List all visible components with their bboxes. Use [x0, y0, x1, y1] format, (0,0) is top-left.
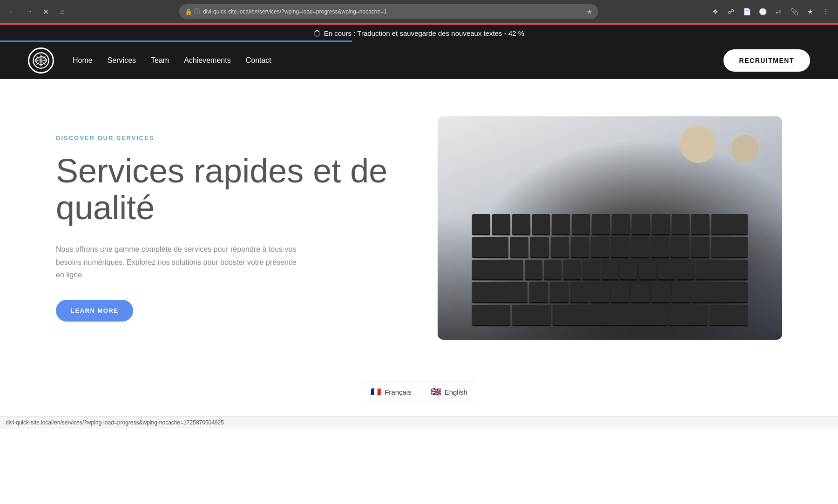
- kb-key: [692, 282, 748, 303]
- forward-button[interactable]: →: [22, 5, 35, 18]
- kb-key: [544, 260, 561, 281]
- section-description: Nous offrons une gamme complète de servi…: [56, 243, 298, 281]
- info-icon: ⓘ: [194, 7, 200, 16]
- kb-key: [572, 214, 590, 235]
- section-title: Services rapides et de qualité: [56, 153, 400, 226]
- kb-key: [631, 282, 650, 303]
- keyboard-simulation: [472, 214, 748, 326]
- reader-mode-button[interactable]: 📄: [740, 5, 753, 18]
- browser-actions: ❖ ☍ 📄 🕐 ⇄ 📎 ★ ⋮: [709, 5, 832, 18]
- security-icon: 🔒: [185, 8, 192, 15]
- kb-key: [563, 260, 581, 281]
- extensions-button[interactable]: ❖: [709, 5, 722, 18]
- kb-key: [711, 214, 748, 235]
- kb-spacebar: [553, 305, 668, 326]
- nav-contact[interactable]: Contact: [246, 56, 271, 65]
- kb-key: [472, 305, 510, 326]
- kb-key: [551, 237, 569, 258]
- kb-key: [639, 260, 656, 281]
- site-header: Home Services Team Achievements Contact …: [0, 42, 838, 79]
- kb-key: [532, 214, 550, 235]
- kb-key: [472, 282, 527, 303]
- kb-key: [691, 214, 710, 235]
- english-label: English: [445, 388, 467, 396]
- kb-key: [711, 237, 748, 258]
- nav-home[interactable]: Home: [73, 56, 93, 65]
- site-logo[interactable]: [28, 47, 54, 74]
- recruitment-button[interactable]: RECRUITMENT: [723, 49, 810, 72]
- nav-team[interactable]: Team: [151, 56, 169, 65]
- kb-key: [512, 305, 550, 326]
- more-button[interactable]: ⋮: [819, 5, 832, 18]
- content-grid: DISCOVER OUR SERVICES Services rapides e…: [56, 116, 782, 340]
- status-bar: divi-quick-site.local/en/services/?wplng…: [0, 416, 838, 429]
- nav-achievements[interactable]: Achievements: [184, 56, 231, 65]
- kb-key: [592, 214, 610, 235]
- kb-key: [672, 214, 690, 235]
- kb-key: [582, 260, 600, 281]
- collections-button[interactable]: 📎: [788, 5, 801, 18]
- kb-key: [651, 282, 670, 303]
- back-button[interactable]: ←: [6, 5, 19, 18]
- translation-banner: En cours : Traduction et sauvegarde des …: [0, 23, 838, 42]
- nav-services[interactable]: Services: [108, 56, 136, 65]
- kb-key: [529, 282, 548, 303]
- kb-key: [671, 237, 689, 258]
- decor-orb-1: [680, 126, 717, 163]
- section-label: DISCOVER OUR SERVICES: [56, 134, 400, 141]
- kb-key: [571, 237, 589, 258]
- content-left: DISCOVER OUR SERVICES Services rapides e…: [56, 134, 400, 322]
- kb-key: [632, 214, 650, 235]
- kb-key: [570, 282, 589, 303]
- kb-key: [652, 214, 670, 235]
- kb-key: [620, 260, 637, 281]
- kb-key: [669, 305, 707, 326]
- status-url: divi-quick-site.local/en/services/?wplng…: [6, 419, 224, 426]
- kb-key: [512, 214, 530, 235]
- kb-key: [691, 237, 710, 258]
- kb-key: [591, 237, 609, 258]
- kb-key: [601, 260, 619, 281]
- kb-key: [710, 305, 748, 326]
- address-bar-icons: 🔒 ⓘ: [185, 7, 200, 16]
- browser-chrome: ← → ✕ ⌂ 🔒 ⓘ divi-quick-site.local/en/ser…: [0, 0, 838, 23]
- french-flag-icon: 🇫🇷: [371, 387, 381, 397]
- background-decoration: [680, 126, 759, 163]
- kb-key: [492, 214, 510, 235]
- translation-text: En cours : Traduction et sauvegarde des …: [324, 29, 524, 37]
- kb-key: [672, 282, 690, 303]
- laptop-image: [438, 116, 782, 340]
- content-right: [438, 116, 782, 340]
- address-bar[interactable]: 🔒 ⓘ divi-quick-site.local/en/services/?w…: [179, 4, 598, 19]
- kb-key: [472, 237, 508, 258]
- kb-key: [525, 260, 542, 281]
- kb-key: [631, 237, 649, 258]
- french-language-button[interactable]: 🇫🇷 Français: [361, 382, 421, 402]
- sync-button[interactable]: ⇄: [772, 5, 785, 18]
- kb-key: [658, 260, 676, 281]
- kb-key: [612, 214, 630, 235]
- bookmark-icon[interactable]: ★: [587, 8, 593, 15]
- reload-button[interactable]: ✕: [39, 5, 52, 18]
- english-language-button[interactable]: 🇬🇧 English: [421, 382, 477, 402]
- kb-key: [651, 237, 669, 258]
- main-content: DISCOVER OUR SERVICES Services rapides e…: [0, 79, 838, 368]
- history-button[interactable]: 🕐: [756, 5, 769, 18]
- kb-key: [611, 237, 629, 258]
- kb-key: [472, 260, 523, 281]
- loading-spinner: [314, 30, 320, 37]
- url-display: divi-quick-site.local/en/services/?wplng…: [203, 8, 584, 15]
- language-switcher: 🇫🇷 Français 🇬🇧 English: [0, 368, 838, 416]
- english-flag-icon: 🇬🇧: [431, 387, 441, 397]
- favorites-button[interactable]: ★: [804, 5, 817, 18]
- kb-key: [550, 282, 568, 303]
- kb-key: [696, 260, 748, 281]
- decor-orb-2: [731, 135, 759, 163]
- header-left: Home Services Team Achievements Contact: [28, 47, 271, 74]
- translate-icon[interactable]: ☍: [724, 5, 737, 18]
- learn-more-button[interactable]: LEARN MORE: [56, 300, 133, 322]
- kb-key: [677, 260, 695, 281]
- kb-key: [552, 214, 570, 235]
- home-button[interactable]: ⌂: [56, 5, 69, 18]
- kb-key: [611, 282, 629, 303]
